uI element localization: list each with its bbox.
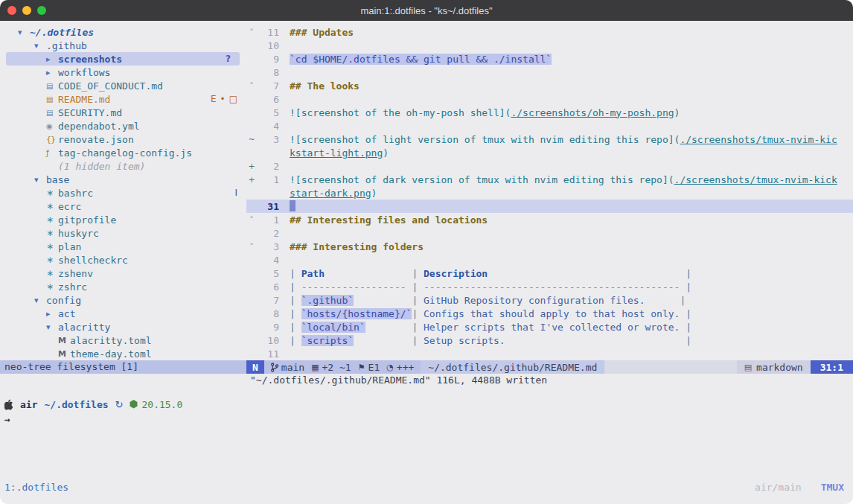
tree-item-workflows[interactable]: ▸workflows <box>0 66 246 79</box>
node-hexagon-icon <box>130 400 138 409</box>
chevron-collapsed-icon: ▸ <box>46 54 58 64</box>
tree-item-github[interactable]: ▾.github <box>0 39 246 52</box>
tree-item-gitprofile[interactable]: ∗gitprofile <box>0 213 246 226</box>
tree-item-base[interactable]: ▾base <box>0 173 246 186</box>
tree-item-alacritty-toml[interactable]: Malacritty.toml <box>0 334 246 347</box>
tree-item-tag-changelog-config-js[interactable]: ƒtag-changelog-config.js <box>0 146 246 159</box>
tree-item-huskyrc[interactable]: ∗huskyrc <box>0 226 246 240</box>
editor-line[interactable]: start-dark.png) <box>246 186 853 200</box>
minimize-button[interactable] <box>22 6 31 15</box>
editor-line[interactable]: 10 <box>246 39 853 52</box>
text-segment: ![screenshot of light version of tmux wi… <box>290 134 680 145</box>
editor-line[interactable]: 6| ------------------ | ----------------… <box>246 280 853 293</box>
tree-item-renovate-json[interactable]: {}renovate.json <box>0 133 246 146</box>
text-segment: ./screenshots/oh-my-posh.png <box>511 107 674 118</box>
toml-file-icon: M <box>58 349 70 359</box>
editor-line[interactable]: 4 <box>246 119 853 133</box>
git-status-badges: ? <box>226 54 240 64</box>
editor-line[interactable]: kstart-light.png) <box>246 146 853 159</box>
zoom-button[interactable] <box>37 6 46 15</box>
tree-item-screenshots[interactable]: ▸screenshots? <box>6 52 240 66</box>
line-number: 10 <box>257 40 279 51</box>
tree-item-zshenv[interactable]: ∗zshenv <box>0 267 246 280</box>
text-segment: | <box>290 268 301 279</box>
shell-config-file-icon: ∗ <box>46 241 58 252</box>
text-segment: ------------------ <box>301 281 406 293</box>
tree-item-config[interactable]: ▾config <box>0 293 246 307</box>
editor-line[interactable]: ˅1## Interesting files and locations <box>246 213 853 226</box>
editor-line[interactable]: 5| Path | Description | <box>246 267 853 280</box>
tree-item-label: act <box>58 308 75 319</box>
editor-line[interactable]: 8 <box>246 66 853 79</box>
git-diff-counts: +2 ~1 <box>322 362 351 373</box>
editor-pane: ˅11### Updates109`cd $HOME/.dotfiles && … <box>246 21 853 360</box>
editor-line[interactable]: 11 <box>246 347 853 360</box>
tree-item-theme-day-toml[interactable]: Mtheme-day.toml <box>0 347 246 360</box>
editor-line[interactable]: 10| `scripts` | Setup scripts. | <box>246 334 853 347</box>
tree-item-ecrc[interactable]: ∗ecrc <box>0 200 246 213</box>
editor-line[interactable]: ˅11### Updates <box>246 25 853 39</box>
cmdline-message: "~/.dotfiles/.github/README.md" 116L, 44… <box>0 374 853 387</box>
text-segment <box>365 322 412 333</box>
text-cursor <box>290 200 295 211</box>
tree-item-1-hidden-item[interactable]: (1 hidden item) <box>0 159 246 173</box>
tree-item-plan[interactable]: ∗plan <box>0 240 246 253</box>
editor-line[interactable]: 5![screenshot of the oh-my-posh shell](.… <box>246 106 853 119</box>
toml-file-icon: M <box>58 336 70 345</box>
status-badge: □ <box>229 94 237 104</box>
gutter-sign: + <box>246 175 257 185</box>
status-row: neo-tree filesystem [1] N main ▦ +2 ~1 <box>0 360 853 374</box>
shell-input-line[interactable]: → <box>4 412 853 426</box>
editor-line[interactable]: 31 <box>246 200 853 213</box>
editor-line[interactable]: +1![screenshot of dark version of tmux w… <box>246 173 853 186</box>
editor-line[interactable]: 9| `local/bin` | Helper scripts that I'v… <box>246 320 853 334</box>
line-text <box>290 200 853 212</box>
git-diff: ▦ +2 ~1 <box>311 362 351 373</box>
tree-item-bashrc[interactable]: ∗bashrcI <box>0 186 246 200</box>
line-text: | ------------------ | -----------------… <box>290 281 853 293</box>
editor-line[interactable]: 7| `.github` | GitHub Repository configu… <box>246 293 853 307</box>
tree-item-readme-md[interactable]: ▤README.mdE•□ <box>0 92 246 106</box>
node-version: 20.15.0 <box>130 399 182 410</box>
tmux-pane-title: air/main <box>755 480 802 495</box>
text-segment: | <box>412 295 424 306</box>
line-text: ![screenshot of light version of tmux wi… <box>290 134 853 145</box>
tree-item-label: theme-day.toml <box>70 348 152 360</box>
editor-line[interactable]: 6 <box>246 92 853 106</box>
tree-item-zshrc[interactable]: ∗zshrc <box>0 280 246 293</box>
git-sync-icon: ↻ <box>115 399 124 410</box>
tree-item-shellcheckrc[interactable]: ∗shellcheckrc <box>0 253 246 267</box>
editor-line[interactable]: ~3![screenshot of light version of tmux … <box>246 133 853 146</box>
editor-line[interactable]: 9`cd $HOME/.dotfiles && git pull && ./in… <box>246 52 853 66</box>
editor-line[interactable]: ˅3### Interesting folders <box>246 240 853 253</box>
editor-line[interactable]: 8| `hosts/{hostname}/`| Configs that sho… <box>246 307 853 320</box>
text-segment: | <box>674 295 686 306</box>
tree-item-label: alacritty.toml <box>70 335 152 346</box>
close-button[interactable] <box>7 6 16 15</box>
markdown-file-icon: ▤ <box>46 109 58 117</box>
tree-item-security-md[interactable]: ▤SECURITY.md <box>0 106 246 119</box>
text-segment: ## Interesting files and locations <box>290 214 488 226</box>
tree-item-alacritty[interactable]: ▾alacritty <box>0 320 246 334</box>
tree-item-dotfiles[interactable]: ▾~/.dotfiles <box>0 25 246 39</box>
editor-line[interactable]: ˅7## The looks <box>246 79 853 92</box>
editor-line[interactable]: 2 <box>246 226 853 240</box>
tmux-window-tab[interactable]: 1:.dotfiles <box>4 480 68 495</box>
editor-line[interactable]: +2 <box>246 159 853 173</box>
tmux-statusbar: 1:.dotfiles air/main TMUX <box>0 480 853 504</box>
tree-item-label: ecrc <box>58 201 81 212</box>
editor-line[interactable]: 4 <box>246 253 853 267</box>
text-segment: `hosts/{hostname}/` <box>301 308 412 319</box>
shell-pane[interactable]: air ~/.dotfiles ↻ 20.15.0 → 1:.dotfiles … <box>0 387 853 504</box>
tree-item-act[interactable]: ▸act <box>0 307 246 320</box>
yaml-file-icon: ◉ <box>46 122 58 130</box>
text-segment: ![screenshot of the oh-my-posh shell]( <box>290 107 511 118</box>
text-segment: | <box>680 308 691 319</box>
tree-item-dependabot-yml[interactable]: ◉dependabot.yml <box>0 119 246 133</box>
line-number: 7 <box>257 80 279 92</box>
status-badge: I <box>234 188 237 198</box>
line-text: ## Interesting files and locations <box>290 214 853 226</box>
tree-item-code-of-conduct-md[interactable]: ▤CODE_OF_CONDUCT.md <box>0 79 246 92</box>
tree-item-label: huskyrc <box>58 228 99 239</box>
text-segment: `local/bin` <box>301 322 365 333</box>
